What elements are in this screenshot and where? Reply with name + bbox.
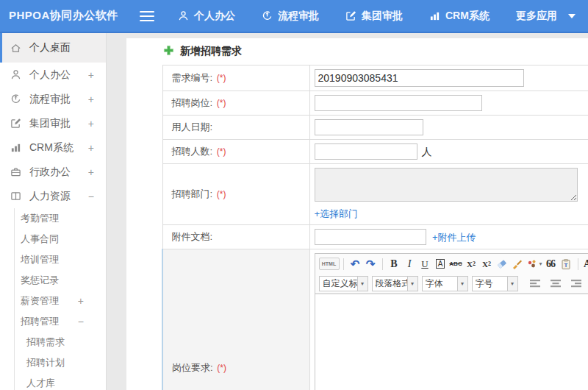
expand-icon[interactable]: + xyxy=(88,69,94,81)
sidebar-item-human-resources[interactable]: 人力资源 − xyxy=(0,184,106,208)
sidebar-item-training[interactable]: 培训管理 xyxy=(15,249,106,270)
top-menu-personal-office[interactable]: 个人办公 xyxy=(178,10,235,23)
paragraph-format-select[interactable]: 段落格式 ▾ xyxy=(372,276,418,291)
sidebar-item-attendance[interactable]: 考勤管理 xyxy=(15,208,106,229)
expand-icon[interactable]: + xyxy=(88,166,94,178)
attachment-upload-link[interactable]: +附件上传 xyxy=(432,232,476,243)
menu-label: 流程审批 xyxy=(278,10,319,23)
superscript-button[interactable]: X2 xyxy=(464,257,479,272)
redo-button[interactable]: ↷ xyxy=(363,257,379,272)
sidebar-item-label: 招聘需求 xyxy=(26,336,65,349)
recruit-demand-form: 需求编号: (*) 招聘岗位: (*) xyxy=(162,65,588,390)
color-palette-icon[interactable]: ▾ xyxy=(526,257,543,272)
sidebar-item-talent-pool[interactable]: 人才库 xyxy=(15,373,106,390)
align-left-icon[interactable] xyxy=(528,276,543,291)
form-row-department: 招聘部门: (*) +选择部门 xyxy=(162,164,588,225)
sidebar-item-label: 考勤管理 xyxy=(21,212,59,225)
top-menu-crm[interactable]: CRM系统 xyxy=(429,10,490,23)
sidebar-item-recruit-demand[interactable]: 招聘需求 xyxy=(15,332,106,352)
add-icon xyxy=(163,45,174,59)
expand-icon[interactable]: + xyxy=(88,142,94,154)
sidebar-item-personal-office[interactable]: 个人办公 + xyxy=(0,63,106,87)
custom-heading-select[interactable]: 自定义标题 ▾ xyxy=(319,276,368,291)
sidebar-item-group-approval[interactable]: 集团审批 + xyxy=(0,111,106,135)
sidebar-item-label: 个人办公 xyxy=(29,68,71,82)
department-label: 招聘部门: xyxy=(172,188,213,199)
menu-label: 集团审批 xyxy=(362,10,403,23)
attachment-input[interactable] xyxy=(315,229,426,245)
form-row-attachment: 附件文档: +附件上传 xyxy=(162,225,588,249)
caret-down-icon: ▾ xyxy=(457,277,467,291)
sidebar-item-crm[interactable]: CRM系统 + xyxy=(0,135,106,160)
sidebar-item-personal-desktop[interactable]: 个人桌面 xyxy=(0,33,106,63)
demand-no-input[interactable] xyxy=(315,69,524,87)
user-icon xyxy=(10,69,23,80)
top-menu-workflow-approval[interactable]: 流程审批 xyxy=(262,10,319,23)
format-brush-icon[interactable] xyxy=(510,257,526,272)
sidebar-item-rewards[interactable]: 奖惩记录 xyxy=(15,270,106,291)
demand-no-label: 需求编号: xyxy=(172,72,213,83)
bar-chart-icon xyxy=(429,10,440,21)
required-mark: (*) xyxy=(217,363,226,373)
paste-text-icon[interactable]: T xyxy=(559,257,574,272)
sidebar-submenu-hr: 考勤管理 人事合同 培训管理 奖惩记录 薪资管理 + 招聘管理 − 招聘需求 xyxy=(14,208,106,390)
department-textarea[interactable] xyxy=(315,168,578,202)
menu-toggle-icon[interactable] xyxy=(140,11,154,21)
undo-button[interactable]: ↶ xyxy=(348,257,363,272)
menu-label: 个人办公 xyxy=(194,10,235,23)
sidebar-item-salary[interactable]: 薪资管理 + xyxy=(15,291,106,311)
process-icon xyxy=(10,93,23,104)
sidebar-item-recruit-mgmt[interactable]: 招聘管理 − xyxy=(15,311,106,332)
align-right-icon[interactable] xyxy=(569,276,584,291)
subscript-button[interactable]: X2 xyxy=(479,257,495,272)
sidebar-item-recruit-plan[interactable]: 招聘计划 xyxy=(15,352,106,373)
font-size-select[interactable]: 字号 ▾ xyxy=(472,276,518,291)
attachment-label: 附件文档: xyxy=(172,231,213,242)
form-row-position: 招聘岗位: (*) xyxy=(162,91,588,116)
collapse-icon[interactable]: − xyxy=(88,191,94,202)
required-mark: (*) xyxy=(217,73,226,83)
autotypeset-button[interactable]: A xyxy=(433,257,448,272)
expand-icon[interactable]: + xyxy=(78,295,84,307)
italic-button[interactable]: I xyxy=(402,257,417,272)
underline-button[interactable]: U xyxy=(417,257,433,272)
sidebar-item-label: 个人桌面 xyxy=(29,41,71,54)
menu-label: CRM系统 xyxy=(445,10,490,23)
form-panel: 新增招聘需求 需求编号: (*) 招聘岗位: (*) xyxy=(126,38,588,390)
strikethrough-button[interactable]: ABC xyxy=(448,257,464,272)
required-mark: (*) xyxy=(217,98,226,108)
top-navbar: PHPOA协同办公软件 个人办公 流程审批 集团审批 xyxy=(0,0,588,33)
hire-date-label: 用人日期: xyxy=(172,121,213,132)
page-title: 新增招聘需求 xyxy=(180,45,242,58)
sidebar-item-workflow-approval[interactable]: 流程审批 + xyxy=(0,87,106,111)
font-color-button[interactable]: A▾ xyxy=(582,257,588,272)
bar-chart-icon xyxy=(10,142,23,153)
top-menu-group-approval[interactable]: 集团审批 xyxy=(345,10,403,23)
sidebar-item-label: 人才库 xyxy=(26,377,55,390)
headcount-unit: 人 xyxy=(422,146,432,157)
position-input[interactable] xyxy=(315,95,482,111)
menu-label: 更多应用 xyxy=(516,10,557,23)
select-department-link[interactable]: +选择部门 xyxy=(315,208,588,221)
top-menu-more-apps[interactable]: 更多应用 xyxy=(516,10,576,23)
collapse-icon[interactable]: − xyxy=(78,316,84,327)
app-logo[interactable]: PHPOA协同办公软件 xyxy=(9,9,140,23)
sidebar-item-admin-office[interactable]: 行政办公 + xyxy=(0,160,106,184)
form-row-demand-no: 需求编号: (*) xyxy=(162,65,588,91)
sidebar-item-label: 薪资管理 xyxy=(21,294,59,308)
app-window: PHPOA协同办公软件 个人办公 流程审批 集团审批 xyxy=(0,0,588,390)
rich-text-editor: HTML ↶ ↷ B I U A A xyxy=(315,253,588,390)
required-mark: (*) xyxy=(217,146,226,157)
eraser-icon[interactable] xyxy=(495,257,510,272)
html-source-button[interactable]: HTML xyxy=(319,258,340,270)
expand-icon[interactable]: + xyxy=(88,93,94,105)
headcount-input[interactable] xyxy=(315,143,417,160)
sidebar-item-hr-contract[interactable]: 人事合同 xyxy=(15,229,106,249)
align-center-icon[interactable] xyxy=(548,276,564,291)
font-family-select[interactable]: 字体 ▾ xyxy=(422,276,468,291)
hire-date-input[interactable] xyxy=(315,119,423,135)
editor-content-area[interactable] xyxy=(315,294,588,390)
expand-icon[interactable]: + xyxy=(88,118,94,130)
bold-button[interactable]: B xyxy=(387,257,402,272)
blockquote-button[interactable]: 66 xyxy=(543,257,559,272)
